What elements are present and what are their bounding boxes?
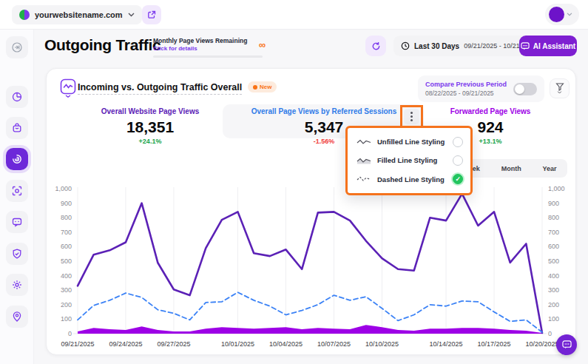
svg-text:10/01/2025: 10/01/2025 <box>221 340 254 348</box>
ai-chat-icon <box>521 42 530 50</box>
svg-text:600: 600 <box>548 243 559 250</box>
svg-text:0: 0 <box>548 330 552 337</box>
compare-toggle[interactable] <box>513 83 537 95</box>
gear-icon <box>11 279 23 291</box>
stat-label: Overall Website Page Views <box>69 107 232 115</box>
clock-icon <box>401 41 410 50</box>
chat-icon <box>11 216 23 228</box>
quota-details-link[interactable]: Click for details <box>153 45 270 52</box>
collapse-icon <box>11 41 23 53</box>
sidebar-item-locations[interactable] <box>6 306 28 328</box>
svg-text:10/04/2025: 10/04/2025 <box>269 340 303 348</box>
site-logo-icon <box>19 10 30 20</box>
user-menu[interactable] <box>545 4 579 25</box>
svg-text:09/24/2025: 09/24/2025 <box>109 340 142 348</box>
sidebar-item-products[interactable] <box>6 117 28 139</box>
tab-year[interactable]: Year <box>543 165 557 172</box>
sidebar-item-settings[interactable] <box>6 274 28 296</box>
scan-target-icon <box>11 185 23 197</box>
svg-text:900: 900 <box>548 200 559 207</box>
quota-progress-bar <box>153 55 263 58</box>
chart-card-icon <box>60 78 76 95</box>
infinity-icon: ∞ <box>259 41 266 49</box>
line-chart: 0010010020020030030040040050050060060070… <box>50 181 572 351</box>
svg-text:900: 900 <box>61 200 72 207</box>
sidebar <box>0 30 34 364</box>
top-bar: yourwebsitename.com <box>0 0 588 30</box>
filter-button[interactable] <box>550 78 570 98</box>
svg-text:100: 100 <box>548 315 559 323</box>
svg-text:800: 800 <box>61 214 72 221</box>
chevron-down-icon <box>128 13 135 17</box>
new-badge: New <box>248 81 277 92</box>
radio-filled[interactable] <box>453 155 463 166</box>
menu-item-label: Filled Line Styling <box>377 156 447 164</box>
period-label: Last 30 Days <box>414 42 459 50</box>
filled-wave-icon <box>356 157 371 164</box>
badge-label: New <box>260 84 271 90</box>
sidebar-item-security[interactable] <box>6 243 28 265</box>
shield-check-icon <box>11 248 23 260</box>
radio-dashed[interactable] <box>453 174 463 184</box>
external-link-icon <box>147 10 156 19</box>
chat-bubble-icon <box>562 340 572 349</box>
svg-text:500: 500 <box>61 257 72 265</box>
pie-chart-icon <box>11 91 23 103</box>
sidebar-collapse-button[interactable] <box>6 36 28 58</box>
funnel-icon <box>555 83 564 91</box>
svg-text:09/27/2025: 09/27/2025 <box>157 340 190 348</box>
svg-text:100: 100 <box>61 315 72 323</box>
support-chat-button[interactable] <box>556 334 577 355</box>
svg-text:300: 300 <box>548 286 559 294</box>
chevron-down-icon <box>557 91 562 94</box>
menu-item-label: Dashed Line Styling <box>377 175 447 183</box>
svg-text:10/07/2025: 10/07/2025 <box>317 340 351 348</box>
sidebar-item-dashboard[interactable] <box>6 86 28 108</box>
badge-dot-icon <box>253 85 257 90</box>
svg-text:700: 700 <box>548 229 559 236</box>
site-selector[interactable]: yourwebsitename.com <box>12 5 142 24</box>
svg-text:200: 200 <box>548 301 559 309</box>
sidebar-item-tracking[interactable] <box>6 180 28 202</box>
menu-item-unfilled[interactable]: Unfilled Line Styling <box>356 137 463 147</box>
compare-previous-period: Compare Previous Period 08/22/2025 - 09/… <box>418 75 544 102</box>
svg-text:700: 700 <box>61 229 72 236</box>
quota-widget: Monthly Page Views Remaining Click for d… <box>153 37 270 58</box>
tab-month[interactable]: Month <box>501 165 521 172</box>
svg-text:400: 400 <box>61 272 72 280</box>
page-title: Outgoing Traffic <box>44 36 160 54</box>
svg-text:10/17/2025: 10/17/2025 <box>478 340 511 348</box>
line-styling-menu: Unfilled Line Styling Filled Line Stylin… <box>345 126 473 195</box>
kebab-icon <box>410 115 413 118</box>
stat-delta: +24.1% <box>69 138 232 145</box>
sidebar-item-messages[interactable] <box>6 211 28 233</box>
unfilled-wave-icon <box>356 138 371 146</box>
refresh-button[interactable] <box>365 36 386 56</box>
ai-assistant-button[interactable]: AI Assistant <box>519 36 577 56</box>
bag-icon <box>11 122 23 134</box>
stat-label: Overall Page Views by Referred Sessions <box>235 107 413 115</box>
location-pin-icon <box>11 311 23 323</box>
quota-label: Monthly Page Views Remaining <box>153 37 270 44</box>
svg-text:10/14/2025: 10/14/2025 <box>430 340 463 348</box>
traffic-overview-card: Incoming vs. Outgoing Traffic Overall Ne… <box>46 68 576 355</box>
open-site-button[interactable] <box>142 5 161 24</box>
sidebar-item-outgoing-traffic[interactable] <box>6 148 28 170</box>
compare-label: Compare Previous Period <box>425 81 507 88</box>
svg-text:600: 600 <box>61 243 72 250</box>
stat-value: 18,351 <box>69 118 232 136</box>
radio-unfilled[interactable] <box>453 137 463 147</box>
svg-text:400: 400 <box>548 272 559 280</box>
compare-range: 08/22/2025 - 09/21/2025 <box>425 90 507 97</box>
svg-text:1,000: 1,000 <box>548 185 565 192</box>
chart-options-button[interactable] <box>404 109 419 124</box>
svg-text:1,000: 1,000 <box>55 185 72 192</box>
svg-text:300: 300 <box>61 286 72 294</box>
dashed-wave-icon <box>356 175 371 183</box>
svg-text:200: 200 <box>61 301 72 309</box>
stat-label: Forwarded Page Views <box>416 107 564 115</box>
menu-item-dashed[interactable]: Dashed Line Styling <box>356 174 463 184</box>
stat-overall-website: Overall Website Page Views 18,351 +24.1% <box>69 107 232 145</box>
svg-text:09/21/2025: 09/21/2025 <box>61 340 94 348</box>
menu-item-filled[interactable]: Filled Line Styling <box>356 155 463 166</box>
